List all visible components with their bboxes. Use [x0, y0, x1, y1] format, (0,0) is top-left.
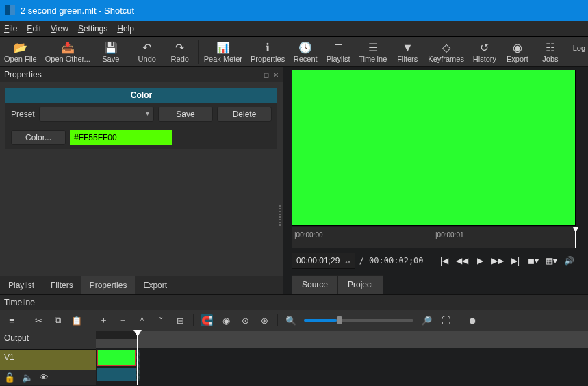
play-icon[interactable]: ▶ — [473, 254, 487, 268]
paste-icon[interactable]: 📋 — [71, 314, 83, 326]
mute-icon[interactable]: 🔈 — [22, 372, 33, 383]
ruler-tick-1: |00:00:01 — [435, 231, 464, 239]
close-panel-icon[interactable]: ✕ — [273, 71, 279, 79]
timeline-panel: Timeline ≡ ✂ ⧉ 📋 ＋ － ＾ ˅ ⊟ 🧲 ◉ ⊙ ⊛ 🔍 🔎 ⛶… — [0, 294, 588, 385]
track-v1-label[interactable]: V1 — [0, 350, 96, 370]
redo-icon: ↷ — [175, 41, 184, 55]
timeline-clip[interactable] — [97, 350, 136, 366]
output-track-label[interactable]: Output — [0, 331, 96, 350]
hide-icon[interactable]: 👁 — [40, 372, 49, 383]
history-icon: ↺ — [480, 41, 489, 55]
playlist-button[interactable]: ≣Playlist — [322, 38, 355, 66]
split-icon[interactable]: ⊟ — [174, 314, 186, 326]
skip-start-icon[interactable]: |◀ — [437, 254, 451, 268]
keyframe-icon: ◇ — [442, 41, 450, 55]
resize-handle[interactable] — [279, 205, 281, 226]
duration-label: / 00:00:02;00 — [359, 256, 424, 266]
zoom-fit-icon[interactable]: ⛶ — [439, 314, 452, 326]
timeline-playhead[interactable] — [137, 331, 138, 385]
color-picker-button[interactable]: Color... — [11, 130, 66, 145]
zoom-menu-icon[interactable]: ◼▾ — [526, 254, 540, 268]
rewind-icon[interactable]: ◀◀ — [455, 254, 469, 268]
scrub-icon[interactable]: ◉ — [220, 314, 232, 326]
preview-frame — [292, 70, 575, 225]
volume-icon[interactable]: 🔊 — [562, 254, 576, 268]
import-icon: 📥 — [61, 41, 75, 55]
log-button[interactable]: Log — [573, 44, 585, 52]
color-value: #FF55FF00 — [74, 133, 117, 142]
timeline-ruler[interactable] — [96, 331, 588, 348]
forward-icon[interactable]: ▶▶ — [491, 254, 504, 268]
ripple-icon[interactable]: ⊙ — [239, 314, 251, 326]
undo-button[interactable]: ↶Undo — [131, 38, 164, 66]
ruler-cursor[interactable] — [573, 227, 578, 248]
tab-source[interactable]: Source — [292, 275, 338, 294]
ripple-all-icon[interactable]: ⊛ — [258, 314, 270, 326]
tab-playlist[interactable]: Playlist — [0, 276, 42, 294]
preset-combo[interactable] — [39, 107, 154, 122]
timeline-menu-icon[interactable]: ≡ — [5, 314, 18, 326]
titlebar: 2 second green.mlt - Shotcut — [0, 0, 588, 21]
clock-icon: 🕓 — [298, 41, 312, 55]
preset-label: Preset — [11, 110, 35, 119]
history-button[interactable]: ↺History — [468, 38, 501, 66]
tab-project[interactable]: Project — [338, 275, 383, 294]
zoom-slider[interactable] — [304, 319, 413, 322]
record-icon[interactable]: ⏺ — [466, 314, 478, 326]
jobs-button[interactable]: ☷Jobs — [534, 38, 567, 66]
open-file-button[interactable]: 📂Open File — [0, 38, 41, 66]
properties-panel: Properties ◻✕ Color Preset Save Delete C… — [0, 67, 283, 294]
recent-button[interactable]: 🕓Recent — [289, 38, 322, 66]
list-icon: ≣ — [334, 41, 343, 55]
open-other-button[interactable]: 📥Open Other... — [41, 38, 94, 66]
menu-edit[interactable]: Edit — [27, 24, 41, 34]
skip-end-icon[interactable]: ▶| — [509, 254, 522, 268]
keyframes-button[interactable]: ◇Keyframes — [424, 38, 468, 66]
export-icon: ◉ — [513, 41, 522, 55]
lift-icon[interactable]: ＾ — [136, 314, 148, 326]
cut-icon[interactable]: ✂ — [32, 314, 44, 326]
timeline-toolbar: ≡ ✂ ⧉ 📋 ＋ － ＾ ˅ ⊟ 🧲 ◉ ⊙ ⊛ 🔍 🔎 ⛶ ⏺ — [0, 310, 588, 331]
menu-help[interactable]: Help — [117, 24, 134, 34]
menubar: File Edit View Settings Help — [0, 21, 588, 37]
zoom-in-icon[interactable]: 🔎 — [420, 314, 433, 326]
video-preview[interactable] — [292, 70, 576, 226]
jobs-icon: ☷ — [546, 41, 555, 55]
tab-export[interactable]: Export — [135, 276, 175, 294]
timeline-body[interactable] — [96, 331, 588, 385]
timeline-button[interactable]: ☰Timeline — [355, 38, 391, 66]
save-button[interactable]: 💾Save — [94, 38, 127, 66]
copy-icon[interactable]: ⧉ — [51, 314, 64, 326]
menu-view[interactable]: View — [51, 24, 68, 34]
timecode-field[interactable]: 00:00:01;29 ▴▾ — [292, 253, 355, 269]
transport-bar: 00:00:01;29 ▴▾ / 00:00:02;00 |◀ ◀◀ ▶ ▶▶ … — [292, 250, 576, 271]
menu-settings[interactable]: Settings — [78, 24, 107, 34]
main-toolbar: 📂Open File 📥Open Other... 💾Save ↶Undo ↷R… — [0, 37, 588, 67]
overwrite-icon[interactable]: ˅ — [155, 314, 167, 326]
preview-ruler[interactable]: |00:00:00 |00:00:01 — [292, 227, 576, 248]
left-panel-tabs: Playlist Filters Properties Export — [0, 276, 283, 294]
timeline-clip-audio[interactable] — [97, 368, 136, 381]
tab-properties[interactable]: Properties — [81, 276, 136, 294]
undock-icon[interactable]: ◻ — [264, 71, 269, 79]
save-icon: 💾 — [104, 41, 118, 55]
menu-file[interactable]: File — [4, 24, 17, 34]
zoom-out-icon[interactable]: 🔍 — [285, 314, 297, 326]
grid-menu-icon[interactable]: ▦▾ — [544, 254, 558, 268]
preset-delete-button[interactable]: Delete — [217, 107, 272, 122]
append-icon[interactable]: ＋ — [97, 314, 110, 326]
remove-icon[interactable]: － — [116, 314, 129, 326]
redo-button[interactable]: ↷Redo — [164, 38, 196, 66]
filters-button[interactable]: ▼Filters — [391, 38, 424, 66]
snap-icon[interactable]: 🧲 — [201, 314, 213, 326]
funnel-icon: ▼ — [402, 41, 413, 55]
color-swatch[interactable]: #FF55FF00 — [70, 130, 172, 145]
export-button[interactable]: ◉Export — [501, 38, 534, 66]
tab-filters[interactable]: Filters — [42, 276, 81, 294]
peak-meter-button[interactable]: 📊Peak Meter — [200, 38, 246, 66]
preset-save-button[interactable]: Save — [158, 107, 213, 122]
undo-icon: ↶ — [142, 41, 151, 55]
lock-icon[interactable]: 🔓 — [4, 372, 15, 383]
properties-button[interactable]: ℹProperties — [246, 38, 289, 66]
preview-panel: |00:00:00 |00:00:01 00:00:01;29 ▴▾ / 00:… — [283, 67, 588, 294]
